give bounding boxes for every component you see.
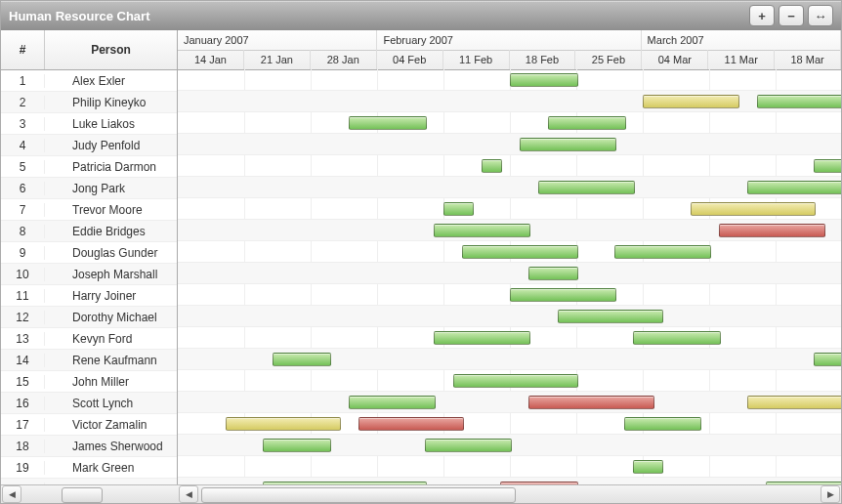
gantt-bar[interactable] — [349, 396, 436, 409]
gantt-bar[interactable] — [510, 288, 616, 302]
gantt-bar[interactable] — [434, 224, 530, 237]
person-name: Joseph Marshall — [45, 268, 177, 281]
person-name: Alex Exler — [45, 74, 177, 88]
timeline-row — [178, 284, 841, 306]
table-row[interactable]: 1Alex Exler — [1, 70, 177, 92]
row-number: 10 — [1, 268, 45, 281]
scroll-thumb[interactable] — [201, 487, 516, 503]
timeline-rows — [178, 69, 841, 485]
timeline-row — [178, 69, 841, 91]
table-row[interactable]: 19Mark Green — [1, 457, 177, 479]
person-name: John Miller — [45, 375, 177, 389]
title-bar: Human Resource Chart + − ↔ — [1, 1, 841, 31]
row-number: 12 — [1, 311, 45, 324]
scroll-thumb[interactable] — [62, 487, 103, 503]
gantt-bar[interactable] — [814, 353, 841, 366]
plus-icon: + — [758, 9, 766, 23]
timeline-row — [178, 413, 841, 435]
row-number: 18 — [1, 440, 45, 453]
fit-icon: ↔ — [815, 9, 827, 23]
scroll-right-icon[interactable]: ▶ — [821, 485, 840, 503]
gantt-bar[interactable] — [358, 417, 465, 431]
gantt-bar[interactable] — [263, 439, 331, 452]
table-row[interactable]: 4Judy Penfold — [1, 135, 177, 156]
gantt-bar[interactable] — [538, 181, 635, 194]
gantt-bar[interactable] — [528, 267, 578, 280]
scroll-track[interactable] — [199, 487, 820, 501]
table-row[interactable]: 5Patricia Darmon — [1, 156, 177, 178]
table-row[interactable]: 6Jong Park — [1, 178, 177, 199]
table-row[interactable]: 9Douglas Gunder — [1, 242, 177, 264]
gantt-bar[interactable] — [558, 310, 664, 323]
month-header: March 2007 — [642, 30, 841, 50]
gantt-bar[interactable] — [273, 353, 331, 366]
gantt-bar[interactable] — [462, 245, 578, 259]
zoom-in-button[interactable]: + — [749, 5, 775, 26]
week-header: 25 Feb — [575, 50, 642, 69]
gantt-bar[interactable] — [814, 159, 841, 173]
zoom-out-button[interactable]: − — [779, 5, 804, 26]
gantt-bar[interactable] — [624, 417, 702, 431]
table-row[interactable]: 15John Miller — [1, 371, 177, 393]
timeline-panel: January 2007February 2007March 2007 14 J… — [178, 30, 841, 503]
gantt-bar[interactable] — [349, 116, 427, 130]
row-number: 19 — [1, 461, 45, 475]
table-row[interactable]: 13Kevyn Ford — [1, 328, 177, 350]
gantt-bar[interactable] — [548, 116, 626, 130]
gantt-bar[interactable] — [747, 181, 841, 194]
table-row[interactable]: 3Luke Liakos — [1, 113, 177, 135]
person-name: Harry Joiner — [45, 289, 177, 303]
gantt-bar[interactable] — [719, 224, 825, 237]
table-row[interactable]: 10Joseph Marshall — [1, 264, 177, 285]
zoom-fit-button[interactable]: ↔ — [808, 5, 833, 26]
table-row[interactable]: 8Eddie Bridges — [1, 221, 177, 242]
row-number: 15 — [1, 375, 45, 389]
gantt-bar[interactable] — [747, 396, 841, 409]
gantt-bar[interactable] — [691, 202, 816, 216]
timeline-row — [178, 198, 841, 220]
gantt-bar[interactable] — [520, 138, 616, 151]
gantt-bar[interactable] — [453, 374, 578, 388]
gantt-bar[interactable] — [633, 331, 720, 345]
month-header: January 2007 — [178, 30, 377, 50]
gantt-bar[interactable] — [510, 73, 578, 87]
week-header: 04 Feb — [377, 50, 443, 69]
gantt-bar[interactable] — [226, 417, 342, 431]
zoom-controls: + − ↔ — [749, 5, 833, 26]
week-header: 18 Mar — [775, 50, 841, 69]
gantt-bar[interactable] — [482, 159, 502, 173]
timeline-row — [178, 349, 841, 370]
row-number: 17 — [1, 418, 45, 432]
gantt-bar[interactable] — [643, 95, 739, 108]
table-row[interactable]: 16Scott Lynch — [1, 393, 177, 414]
gantt-bar[interactable] — [425, 439, 512, 452]
person-name: James Sherwood — [45, 440, 177, 453]
timeline-header: January 2007February 2007March 2007 14 J… — [178, 30, 841, 70]
gantt-bar[interactable] — [528, 396, 653, 409]
table-row[interactable]: 14Rene Kaufmann — [1, 350, 177, 371]
table-row[interactable]: 18James Sherwood — [1, 436, 177, 457]
gantt-bar[interactable] — [614, 245, 711, 259]
table-row[interactable]: 2Philip Kineyko — [1, 92, 177, 113]
timeline-row — [178, 155, 841, 177]
row-number: 6 — [1, 182, 45, 195]
table-row[interactable]: 7Trevor Moore — [1, 199, 177, 221]
person-name: Judy Penfold — [45, 139, 177, 152]
gantt-bar[interactable] — [757, 95, 841, 108]
row-number: 2 — [1, 96, 45, 109]
row-number: 5 — [1, 160, 45, 174]
timeline-scrollbar[interactable]: ◀ ▶ — [178, 484, 841, 503]
row-number: 14 — [1, 354, 45, 367]
gantt-bar[interactable] — [434, 331, 530, 345]
table-row[interactable]: 17Victor Zamalin — [1, 414, 177, 436]
person-name: Scott Lynch — [45, 397, 177, 410]
scroll-left-icon[interactable]: ◀ — [179, 485, 198, 503]
scroll-left-icon[interactable]: ◀ — [2, 485, 21, 503]
left-panel: # Person 1Alex Exler2Philip Kineyko3Luke… — [1, 30, 178, 503]
row-number: 9 — [1, 246, 45, 260]
timeline-row — [178, 91, 841, 112]
gantt-bar[interactable] — [443, 202, 474, 216]
table-row[interactable]: 12Dorothy Michael — [1, 307, 177, 328]
gantt-bar[interactable] — [633, 460, 663, 474]
table-row[interactable]: 11Harry Joiner — [1, 285, 177, 307]
